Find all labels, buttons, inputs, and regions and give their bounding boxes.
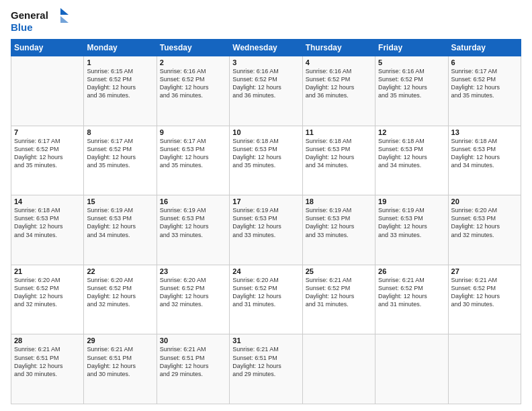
calendar-cell: 9Sunrise: 6:17 AMSunset: 6:53 PMDaylight… [157, 126, 229, 195]
day-info: Sunrise: 6:18 AMSunset: 6:53 PMDaylight:… [14, 206, 81, 239]
day-number: 9 [160, 128, 226, 136]
calendar-week-row: 28Sunrise: 6:21 AMSunset: 6:51 PMDayligh… [11, 334, 521, 404]
day-number: 29 [87, 336, 153, 345]
calendar-cell: 2Sunrise: 6:16 AMSunset: 6:52 PMDaylight… [157, 56, 229, 126]
calendar-table: SundayMondayTuesdayWednesdayThursdayFrid… [11, 39, 521, 404]
day-info: Sunrise: 6:16 AMSunset: 6:52 PMDaylight:… [306, 67, 372, 100]
calendar-cell: 20Sunrise: 6:20 AMSunset: 6:53 PMDayligh… [448, 195, 521, 265]
day-info: Sunrise: 6:20 AMSunset: 6:52 PMDaylight:… [160, 276, 226, 309]
header: General Blue [11, 7, 521, 34]
svg-text:Blue: Blue [11, 21, 33, 33]
day-info: Sunrise: 6:21 AMSunset: 6:51 PMDaylight:… [14, 345, 81, 378]
day-number: 19 [378, 197, 445, 205]
day-number: 31 [232, 336, 299, 345]
day-info: Sunrise: 6:18 AMSunset: 6:53 PMDaylight:… [306, 137, 372, 170]
weekday-header-cell: Friday [375, 40, 448, 56]
day-number: 4 [306, 58, 372, 66]
day-number: 2 [160, 58, 226, 66]
calendar-cell: 16Sunrise: 6:19 AMSunset: 6:53 PMDayligh… [157, 195, 229, 265]
calendar-cell: 23Sunrise: 6:20 AMSunset: 6:52 PMDayligh… [157, 265, 229, 334]
calendar-week-row: 7Sunrise: 6:17 AMSunset: 6:52 PMDaylight… [11, 126, 521, 195]
day-info: Sunrise: 6:21 AMSunset: 6:52 PMDaylight:… [306, 276, 372, 309]
calendar-cell: 4Sunrise: 6:16 AMSunset: 6:52 PMDaylight… [302, 56, 375, 126]
day-number: 10 [232, 128, 299, 136]
svg-marker-2 [60, 8, 69, 15]
calendar-cell: 14Sunrise: 6:18 AMSunset: 6:53 PMDayligh… [11, 195, 84, 265]
day-number: 11 [306, 128, 372, 136]
day-number: 18 [306, 197, 372, 205]
day-number: 12 [378, 128, 445, 136]
day-info: Sunrise: 6:19 AMSunset: 6:53 PMDaylight:… [232, 206, 299, 239]
day-info: Sunrise: 6:21 AMSunset: 6:51 PMDaylight:… [160, 345, 226, 378]
calendar-cell: 25Sunrise: 6:21 AMSunset: 6:52 PMDayligh… [302, 265, 375, 334]
page: General Blue SundayMondayTuesdayWednesda… [0, 0, 532, 411]
day-number: 8 [87, 128, 153, 136]
day-info: Sunrise: 6:17 AMSunset: 6:52 PMDaylight:… [451, 67, 518, 100]
logo: General Blue [11, 7, 71, 34]
calendar-cell: 19Sunrise: 6:19 AMSunset: 6:53 PMDayligh… [375, 195, 448, 265]
day-number: 7 [14, 128, 81, 136]
svg-text:General: General [11, 9, 48, 21]
day-number: 22 [87, 267, 153, 275]
calendar-cell: 18Sunrise: 6:19 AMSunset: 6:53 PMDayligh… [302, 195, 375, 265]
svg-marker-3 [60, 16, 69, 23]
calendar-cell: 31Sunrise: 6:21 AMSunset: 6:51 PMDayligh… [230, 334, 302, 404]
day-info: Sunrise: 6:18 AMSunset: 6:53 PMDaylight:… [232, 137, 299, 170]
calendar-cell: 6Sunrise: 6:17 AMSunset: 6:52 PMDaylight… [448, 56, 521, 126]
weekday-header-row: SundayMondayTuesdayWednesdayThursdayFrid… [11, 40, 521, 56]
day-info: Sunrise: 6:19 AMSunset: 6:53 PMDaylight:… [87, 206, 153, 239]
day-info: Sunrise: 6:21 AMSunset: 6:51 PMDaylight:… [87, 345, 153, 378]
day-number: 20 [451, 197, 518, 205]
calendar-cell: 3Sunrise: 6:16 AMSunset: 6:52 PMDaylight… [230, 56, 302, 126]
calendar-body: 1Sunrise: 6:15 AMSunset: 6:52 PMDaylight… [11, 56, 521, 404]
calendar-cell: 24Sunrise: 6:20 AMSunset: 6:52 PMDayligh… [230, 265, 302, 334]
calendar-cell: 21Sunrise: 6:20 AMSunset: 6:52 PMDayligh… [11, 265, 84, 334]
day-info: Sunrise: 6:18 AMSunset: 6:53 PMDaylight:… [451, 137, 518, 170]
day-info: Sunrise: 6:20 AMSunset: 6:52 PMDaylight:… [14, 276, 81, 309]
calendar-week-row: 14Sunrise: 6:18 AMSunset: 6:53 PMDayligh… [11, 195, 521, 265]
calendar-cell: 7Sunrise: 6:17 AMSunset: 6:52 PMDaylight… [11, 126, 84, 195]
day-info: Sunrise: 6:16 AMSunset: 6:52 PMDaylight:… [160, 67, 226, 100]
weekday-header-cell: Saturday [448, 40, 521, 56]
day-number: 25 [306, 267, 372, 275]
calendar-week-row: 1Sunrise: 6:15 AMSunset: 6:52 PMDaylight… [11, 56, 521, 126]
day-info: Sunrise: 6:18 AMSunset: 6:53 PMDaylight:… [378, 137, 445, 170]
day-number: 24 [232, 267, 299, 275]
day-info: Sunrise: 6:21 AMSunset: 6:52 PMDaylight:… [451, 276, 518, 309]
calendar-cell [448, 334, 521, 404]
day-number: 30 [160, 336, 226, 345]
day-number: 3 [232, 58, 299, 66]
day-number: 28 [14, 336, 81, 345]
weekday-header-cell: Monday [84, 40, 157, 56]
calendar-cell: 26Sunrise: 6:21 AMSunset: 6:52 PMDayligh… [375, 265, 448, 334]
calendar-cell: 12Sunrise: 6:18 AMSunset: 6:53 PMDayligh… [375, 126, 448, 195]
weekday-header-cell: Sunday [11, 40, 84, 56]
calendar-cell: 11Sunrise: 6:18 AMSunset: 6:53 PMDayligh… [302, 126, 375, 195]
weekday-header-cell: Wednesday [230, 40, 302, 56]
calendar-cell: 15Sunrise: 6:19 AMSunset: 6:53 PMDayligh… [84, 195, 157, 265]
calendar-cell: 30Sunrise: 6:21 AMSunset: 6:51 PMDayligh… [157, 334, 229, 404]
calendar-cell [375, 334, 448, 404]
day-number: 26 [378, 267, 445, 275]
day-number: 21 [14, 267, 81, 275]
day-info: Sunrise: 6:17 AMSunset: 6:52 PMDaylight:… [87, 137, 153, 170]
calendar-cell: 10Sunrise: 6:18 AMSunset: 6:53 PMDayligh… [230, 126, 302, 195]
day-info: Sunrise: 6:21 AMSunset: 6:51 PMDaylight:… [232, 345, 299, 378]
day-info: Sunrise: 6:17 AMSunset: 6:52 PMDaylight:… [14, 137, 81, 170]
day-info: Sunrise: 6:17 AMSunset: 6:53 PMDaylight:… [160, 137, 226, 170]
day-number: 6 [451, 58, 518, 66]
calendar-cell: 8Sunrise: 6:17 AMSunset: 6:52 PMDaylight… [84, 126, 157, 195]
day-info: Sunrise: 6:16 AMSunset: 6:52 PMDaylight:… [232, 67, 299, 100]
calendar-cell: 27Sunrise: 6:21 AMSunset: 6:52 PMDayligh… [448, 265, 521, 334]
logo-svg: General Blue [11, 7, 71, 34]
day-number: 15 [87, 197, 153, 205]
calendar-cell [11, 56, 84, 126]
day-number: 13 [451, 128, 518, 136]
day-number: 5 [378, 58, 445, 66]
day-number: 16 [160, 197, 226, 205]
calendar-cell: 13Sunrise: 6:18 AMSunset: 6:53 PMDayligh… [448, 126, 521, 195]
calendar-cell: 28Sunrise: 6:21 AMSunset: 6:51 PMDayligh… [11, 334, 84, 404]
day-number: 14 [14, 197, 81, 205]
weekday-header-cell: Tuesday [157, 40, 229, 56]
calendar-cell [302, 334, 375, 404]
